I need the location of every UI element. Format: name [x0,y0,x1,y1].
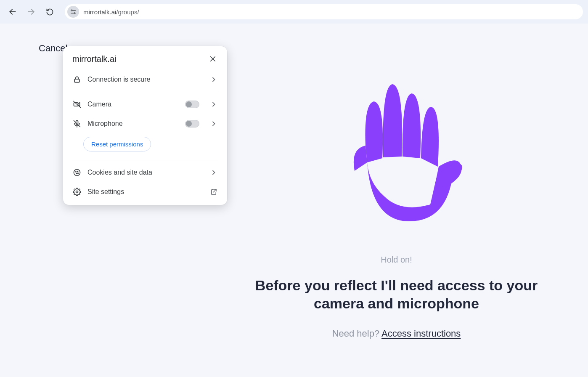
microphone-toggle[interactable] [185,120,199,127]
lock-icon [72,75,82,84]
help-prefix: Need help? [332,328,381,339]
external-link-icon [209,188,218,196]
site-settings-label: Site settings [87,188,204,196]
close-icon[interactable] [208,54,218,64]
url-text: mirrortalk.ai/groups/ [83,8,139,16]
connection-secure-label: Connection is secure [87,76,204,83]
svg-point-20 [78,173,79,174]
cookies-row[interactable]: Cookies and site data [63,163,227,182]
reset-permissions-button[interactable]: Reset permissions [83,137,151,151]
forward-button[interactable] [24,4,39,19]
connection-secure-row[interactable]: Connection is secure [63,70,227,89]
svg-point-19 [76,173,77,174]
camera-label: Camera [87,101,179,108]
chevron-right-icon [209,76,218,83]
hand-icon [325,78,468,230]
page-content: Cancel Hold on! Before you reflect I'll … [0,24,588,377]
address-bar[interactable]: mirrortalk.ai/groups/ [65,4,583,19]
svg-point-16 [74,170,80,176]
microphone-off-icon [72,119,82,128]
access-instructions-link[interactable]: Access instructions [381,328,461,339]
microphone-row: Microphone [63,114,227,133]
camera-off-icon [72,100,82,109]
headline-text: Before you reflect I'll need access to y… [246,276,547,312]
divider [72,92,218,92]
site-settings-row[interactable]: Site settings [63,182,227,202]
divider [72,160,218,160]
popup-title: mirrortalk.ai [72,54,116,64]
svg-point-21 [76,191,78,193]
cookies-label: Cookies and site data [87,169,204,176]
svg-line-12 [74,101,81,108]
camera-toggle[interactable] [185,101,199,108]
url-path: /groups/ [116,8,139,16]
svg-rect-10 [74,79,79,82]
chevron-right-icon[interactable] [209,120,218,127]
browser-toolbar: mirrortalk.ai/groups/ [0,0,588,24]
chevron-right-icon[interactable] [209,101,218,108]
permission-prompt: Hold on! Before you reflect I'll need ac… [246,78,547,339]
url-host: mirrortalk.ai [83,8,116,16]
chevron-right-icon [209,169,218,176]
reload-button[interactable] [42,4,57,19]
camera-row: Camera [63,95,227,114]
site-info-icon[interactable] [67,6,79,18]
microphone-label: Microphone [87,120,179,127]
help-line: Need help? Access instructions [246,328,547,339]
gear-icon [72,187,82,196]
svg-point-18 [77,171,78,172]
site-info-popup: mirrortalk.ai Connection is secure Camer… [63,46,227,205]
cookie-icon [72,168,82,177]
back-button[interactable] [5,4,20,19]
svg-point-17 [76,172,77,173]
hold-on-text: Hold on! [246,255,547,265]
reset-permissions-wrap: Reset permissions [63,133,227,157]
popup-header: mirrortalk.ai [63,54,227,70]
